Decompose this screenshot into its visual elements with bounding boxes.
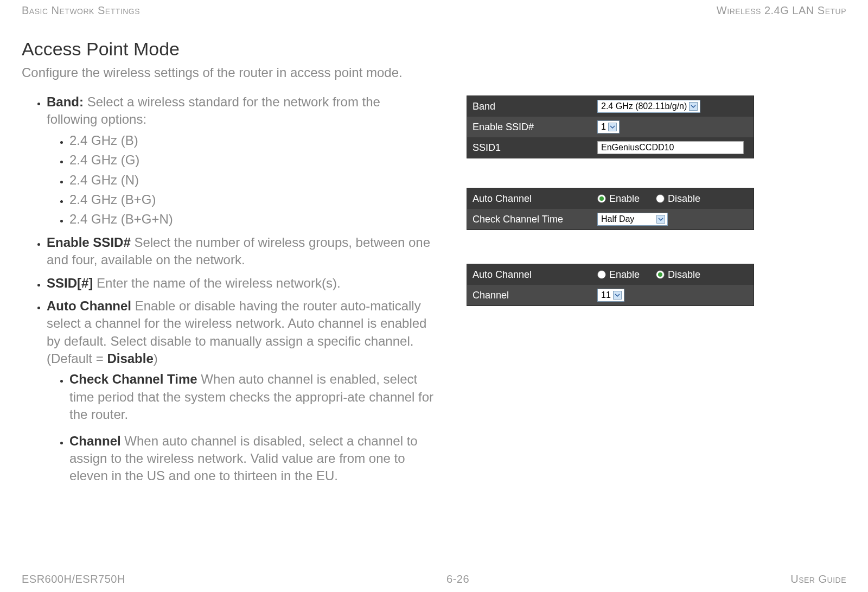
panel-auto-channel-enable: Auto Channel Enable Disable <box>467 188 754 230</box>
band-text: Select a wireless standard for the netwo… <box>47 94 380 126</box>
screenshot-column: Band 2.4 GHz (802.11b/g/n) Enable SSID# … <box>467 93 770 491</box>
auto-channel-label: Auto Channel <box>47 298 131 313</box>
cct-label: Check Channel Time <box>69 372 197 386</box>
channel-text: When auto channel is disabled, select a … <box>69 434 418 483</box>
section-title: Access Point Mode <box>22 39 846 60</box>
radio-label: Disable <box>668 269 700 281</box>
auto-channel-enable-radio[interactable]: Enable <box>597 193 640 205</box>
band-opt: 2.4 GHz (G) <box>69 151 434 169</box>
cct-select-value: Half Day <box>601 214 634 224</box>
channel-select[interactable]: 11 <box>597 289 624 302</box>
band-opt: 2.4 GHz (B) <box>69 132 434 149</box>
radio-label: Enable <box>609 193 640 205</box>
auto-channel-disable-radio-2[interactable]: Disable <box>656 269 700 281</box>
radio-label: Enable <box>609 269 640 281</box>
auto-channel-default: Disable <box>107 351 153 366</box>
panel-auto-channel-disable: Auto Channel Enable Disable <box>467 264 754 306</box>
enable-ssid-label: Enable SSID# <box>47 235 131 250</box>
band-label: Band: <box>47 94 84 109</box>
channel-label: Channel <box>69 434 121 448</box>
bullet-channel: Channel When auto channel is disabled, s… <box>69 432 434 485</box>
description-column: Band: Select a wireless standard for the… <box>22 93 434 491</box>
band-opt: 2.4 GHz (B+G+N) <box>69 211 434 228</box>
radio-icon <box>656 270 665 279</box>
bullet-enable-ssid: Enable SSID# Select the number of wirele… <box>47 234 434 269</box>
enable-ssid-select[interactable]: 1 <box>597 120 620 133</box>
page-footer: ESR600H/ESR750H 6-26 User Guide <box>22 573 846 585</box>
chevron-down-icon <box>613 291 622 300</box>
bullet-auto-channel: Auto Channel Enable or disable having th… <box>47 297 434 485</box>
radio-icon <box>597 270 606 279</box>
auto-channel-field-label-2: Auto Channel <box>467 269 597 281</box>
bullet-band: Band: Select a wireless standard for the… <box>47 93 434 228</box>
ssid1-field-label: SSID1 <box>467 142 597 154</box>
auto-channel-enable-radio-2[interactable]: Enable <box>597 269 640 281</box>
band-opt: 2.4 GHz (N) <box>69 171 434 189</box>
panel-basic: Band 2.4 GHz (802.11b/g/n) Enable SSID# … <box>467 96 754 158</box>
ssid1-input-value: EnGeniusCCDD10 <box>601 143 674 152</box>
channel-select-value: 11 <box>601 290 611 300</box>
radio-icon <box>656 194 665 203</box>
section-subtitle: Configure the wireless settings of the r… <box>22 65 846 80</box>
ssid-text: Enter the name of the wireless network(s… <box>93 276 340 290</box>
header-left: Basic Network Settings <box>22 4 140 17</box>
band-field-label: Band <box>467 101 597 112</box>
chevron-down-icon <box>689 102 698 111</box>
chevron-down-icon <box>608 123 617 131</box>
radio-label: Disable <box>668 193 700 205</box>
cct-select[interactable]: Half Day <box>597 213 668 226</box>
ssid-label: SSID[#] <box>47 276 93 290</box>
enable-ssid-field-label: Enable SSID# <box>467 122 597 133</box>
auto-channel-disable-radio[interactable]: Disable <box>656 193 700 205</box>
header-right: Wireless 2.4G LAN Setup <box>717 4 846 17</box>
cct-field-label: Check Channel Time <box>467 214 597 225</box>
band-select-value: 2.4 GHz (802.11b/g/n) <box>601 101 687 111</box>
page-header: Basic Network Settings Wireless 2.4G LAN… <box>22 4 846 17</box>
footer-center: 6-26 <box>446 573 469 585</box>
bullet-ssid: SSID[#] Enter the name of the wireless n… <box>47 275 434 292</box>
band-opt: 2.4 GHz (B+G) <box>69 191 434 208</box>
channel-field-label: Channel <box>467 290 597 301</box>
auto-channel-field-label: Auto Channel <box>467 193 597 205</box>
enable-ssid-select-value: 1 <box>601 122 606 132</box>
chevron-down-icon <box>656 215 665 224</box>
auto-channel-text-2: ) <box>154 351 158 366</box>
radio-icon <box>597 194 606 203</box>
band-select[interactable]: 2.4 GHz (802.11b/g/n) <box>597 100 700 113</box>
ssid1-input[interactable]: EnGeniusCCDD10 <box>597 141 744 154</box>
footer-right: User Guide <box>790 573 846 585</box>
footer-left: ESR600H/ESR750H <box>22 573 125 585</box>
bullet-check-channel-time: Check Channel Time When auto channel is … <box>69 371 434 423</box>
